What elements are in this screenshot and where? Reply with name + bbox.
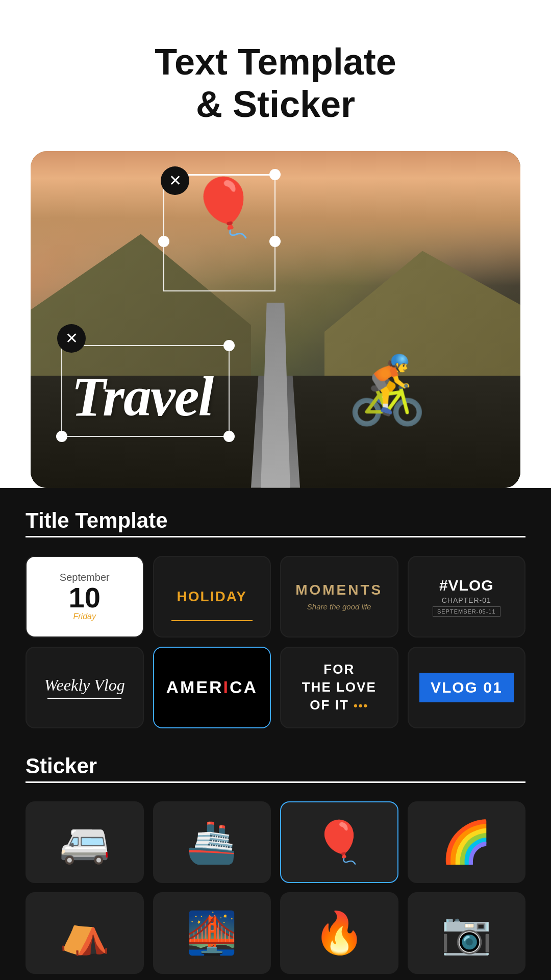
- template-weekly-line: [47, 698, 121, 699]
- handle-bot-left-text[interactable]: [56, 431, 67, 442]
- template-card-vlog[interactable]: #VLOG CHAPTER-01 SEPTEMBER-05-11: [408, 556, 526, 638]
- template-vlog-content: #VLOG CHAPTER-01 SEPTEMBER-05-11: [409, 557, 525, 636]
- template-card-vlog01[interactable]: VLOG 01: [408, 647, 526, 728]
- template-forlove-line2: THE LOVE: [302, 679, 377, 695]
- title-template-underline: [26, 536, 525, 537]
- text-close-button[interactable]: ✕: [57, 324, 86, 353]
- template-weekly-text: Weekly Vlog: [44, 676, 125, 695]
- template-card-america[interactable]: AMERICA: [153, 647, 271, 728]
- page-title: Text Template & Sticker: [31, 41, 520, 126]
- template-vlog-hash: #VLOG: [439, 577, 494, 594]
- editor-canvas: ✕ 🎈 ✕ Travel 🚴: [31, 151, 520, 488]
- title-template-heading: Title Template: [26, 508, 525, 533]
- handle-mid-right[interactable]: [269, 236, 281, 247]
- template-date-content: September 10 Friday: [27, 557, 143, 636]
- template-vlog01-badge: VLOG 01: [419, 673, 514, 702]
- sticker-section: Sticker 🚐 🚢 🎈 🌈 ⛺ 🌉 🔥: [26, 754, 525, 974]
- template-forlove-dots: •••: [354, 699, 368, 712]
- handle-mid-left[interactable]: [158, 236, 169, 247]
- sticker-card-fire[interactable]: 🔥: [280, 892, 398, 974]
- camera-icon: 📷: [441, 909, 492, 957]
- template-forlove-line1: FOR: [323, 662, 355, 677]
- template-card-weekly[interactable]: Weekly Vlog: [26, 647, 144, 728]
- cyclist-figure: 🚴: [346, 352, 429, 429]
- template-card-date[interactable]: September 10 Friday: [26, 556, 144, 638]
- template-america-content: AMERICA: [154, 648, 270, 727]
- template-card-holiday[interactable]: HOLIDAY: [153, 556, 271, 638]
- handle-bot-right-text[interactable]: [223, 431, 235, 442]
- sticker-card-bridge[interactable]: 🌉: [153, 892, 271, 974]
- balloon-sticker[interactable]: 🎈: [189, 179, 259, 235]
- bottom-panel: Title Template September 10 Friday HOLID…: [0, 488, 551, 980]
- travel-text-overlay[interactable]: Travel: [71, 364, 213, 429]
- template-weekly-content: Weekly Vlog: [27, 648, 143, 727]
- template-forlove-content: FOR THE LOVE OF IT •••: [281, 648, 397, 727]
- sticker-grid: 🚐 🚢 🎈 🌈 ⛺ 🌉 🔥 📷: [26, 801, 525, 974]
- template-grid: September 10 Friday HOLIDAY MOMENTS Shar…: [26, 556, 525, 728]
- camper-icon: 🚐: [59, 818, 110, 866]
- template-card-moments[interactable]: MOMENTS Share the good life: [280, 556, 398, 638]
- sticker-card-rainbow[interactable]: 🌈: [408, 801, 526, 883]
- handle-top-right-text[interactable]: [223, 340, 235, 351]
- page-header: Text Template & Sticker: [0, 0, 551, 151]
- photo-background: ✕ 🎈 ✕ Travel 🚴: [31, 151, 520, 488]
- template-moments-content: MOMENTS Share the good life: [281, 557, 397, 636]
- template-holiday-text: HOLIDAY: [177, 589, 247, 605]
- sticker-card-boat[interactable]: 🚢: [153, 801, 271, 883]
- fire-icon: 🔥: [314, 909, 365, 957]
- title-template-section: Title Template September 10 Friday HOLID…: [26, 508, 525, 728]
- rainbow-icon: 🌈: [441, 818, 492, 866]
- template-vlog-date: SEPTEMBER-05-11: [433, 606, 500, 617]
- template-vlog01-content: VLOG 01: [409, 648, 525, 727]
- bridge-icon: 🌉: [186, 909, 237, 957]
- template-moments-small: Share the good life: [307, 602, 371, 611]
- template-holiday-content: HOLIDAY: [154, 557, 270, 636]
- sticker-card-tent[interactable]: ⛺: [26, 892, 144, 974]
- template-card-forlove[interactable]: FOR THE LOVE OF IT •••: [280, 647, 398, 728]
- tent-icon: ⛺: [59, 909, 110, 957]
- road-strip: [251, 376, 300, 488]
- handle-top-right[interactable]: [269, 169, 281, 180]
- sticker-card-balloon[interactable]: 🎈: [280, 801, 398, 883]
- template-america-text: AMERICA: [166, 677, 258, 697]
- sticker-heading: Sticker: [26, 754, 525, 778]
- close-icon-text: ✕: [65, 329, 78, 347]
- sticker-underline: [26, 781, 525, 783]
- template-moments-big: MOMENTS: [295, 582, 383, 598]
- sticker-card-camera[interactable]: 📷: [408, 892, 526, 974]
- template-date-day: 10: [69, 583, 101, 612]
- close-icon: ✕: [169, 173, 182, 188]
- template-vlog-chapter: CHAPTER-01: [442, 596, 491, 604]
- template-date-sub: Friday: [73, 612, 96, 621]
- sticker-card-camper[interactable]: 🚐: [26, 801, 144, 883]
- balloon-icon: 🎈: [314, 818, 365, 866]
- boat-icon: 🚢: [186, 818, 237, 866]
- template-forlove-line3: OF IT •••: [310, 697, 368, 713]
- sticker-close-button[interactable]: ✕: [161, 166, 189, 195]
